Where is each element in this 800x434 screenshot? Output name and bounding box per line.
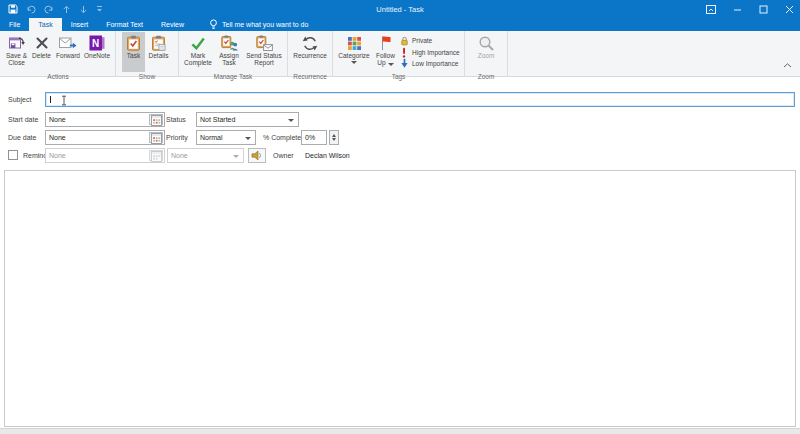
percent-complete-input[interactable]: 0% — [301, 130, 327, 145]
undo-icon[interactable] — [26, 5, 36, 14]
ribbon-group-show: Task Details Show — [116, 31, 179, 76]
start-date-input[interactable]: None — [45, 112, 165, 127]
close-icon[interactable] — [785, 5, 794, 14]
chevron-down-icon — [288, 119, 294, 122]
private-button[interactable]: Private — [399, 35, 461, 47]
send-status-report-button[interactable]: Send Status Report — [244, 32, 284, 72]
send-status-report-label: Send Status Report — [244, 52, 284, 66]
tab-file[interactable]: File — [0, 18, 29, 31]
show-task-button[interactable]: Task — [122, 32, 145, 72]
mark-complete-button[interactable]: Mark Complete — [182, 32, 214, 72]
percent-complete-spinner[interactable] — [329, 130, 339, 145]
tags-stack: Private High Importance Low Importance — [399, 35, 461, 70]
chevron-down-icon — [351, 61, 357, 64]
details-clipboard-icon — [151, 34, 166, 52]
group-label-recurrence: Recurrence — [291, 72, 329, 81]
redo-icon[interactable] — [44, 5, 54, 14]
down-arrow-icon[interactable] — [79, 5, 88, 14]
reminder-date-input[interactable]: None — [45, 148, 165, 163]
priority-dropdown[interactable]: Normal — [196, 130, 256, 145]
collapse-ribbon-icon[interactable] — [783, 54, 792, 72]
ribbon-tab-row: File Task Insert Format Text Review Tell… — [0, 18, 800, 31]
task-clipboard-icon — [126, 34, 141, 52]
percent-complete-value: 0% — [305, 134, 323, 141]
due-date-input[interactable]: None — [45, 130, 165, 145]
forward-label: Forward — [56, 52, 80, 59]
save-close-icon — [8, 34, 26, 52]
group-label-actions: Actions — [4, 72, 112, 81]
onenote-label: OneNote — [84, 52, 110, 59]
private-label: Private — [412, 37, 432, 44]
follow-up-button[interactable]: Follow Up — [372, 32, 399, 72]
tab-format-text-label: Format Text — [106, 21, 143, 28]
reminder-checkbox[interactable] — [8, 150, 18, 160]
assign-task-icon — [221, 34, 238, 52]
svg-text:N: N — [92, 38, 99, 49]
categorize-button[interactable]: Categorize — [336, 32, 372, 72]
status-dropdown[interactable]: Not Started — [196, 112, 299, 127]
tab-insert[interactable]: Insert — [62, 18, 98, 31]
tab-file-label: File — [9, 21, 20, 28]
save-icon[interactable] — [8, 4, 18, 14]
zoom-button[interactable]: Zoom — [472, 32, 500, 72]
window-title: Untitled - Task — [0, 5, 800, 14]
show-details-button[interactable]: Details — [145, 32, 172, 72]
chevron-down-icon — [233, 155, 239, 158]
reminder-time-value: None — [171, 152, 240, 159]
priority-label: Priority — [166, 134, 188, 141]
recurrence-button[interactable]: Recurrence — [291, 32, 329, 72]
high-importance-button[interactable]: High Importance — [399, 47, 461, 59]
percent-complete-label: % Complete — [263, 134, 301, 141]
save-close-button[interactable]: Save & Close — [4, 32, 29, 72]
categorize-label: Categorize — [338, 52, 369, 59]
categorize-icon — [347, 34, 362, 52]
reminder-time-dropdown[interactable]: None — [167, 148, 244, 163]
status-label: Status — [166, 116, 186, 123]
assign-task-button[interactable]: Assign Task — [214, 32, 244, 72]
forward-button[interactable]: Forward — [54, 32, 82, 72]
chevron-down-icon — [245, 137, 251, 140]
low-importance-icon — [399, 58, 409, 69]
ribbon-display-options-icon[interactable] — [706, 5, 716, 14]
delete-label: Delete — [32, 52, 51, 59]
high-importance-icon — [399, 47, 409, 58]
minimize-icon[interactable] — [733, 5, 742, 14]
task-notes-body[interactable] — [4, 170, 796, 427]
send-status-report-icon — [256, 34, 273, 52]
show-details-label: Details — [149, 52, 169, 59]
ribbon-group-actions: Save & Close Delete Forward N — [1, 31, 116, 76]
text-caret — [50, 96, 51, 103]
subject-input[interactable] — [45, 92, 795, 107]
reminder-date-value: None — [49, 152, 161, 159]
show-task-label: Task — [127, 52, 140, 59]
tell-me-box[interactable]: Tell me what you want to do — [209, 18, 308, 31]
onenote-button[interactable]: N OneNote — [82, 32, 112, 72]
window-bottom-strip — [0, 428, 800, 434]
start-date-picker-button[interactable] — [149, 114, 163, 125]
reminder-date-picker-button[interactable] — [149, 150, 163, 161]
start-date-value: None — [49, 116, 161, 123]
low-importance-button[interactable]: Low Importance — [399, 58, 461, 70]
tab-task[interactable]: Task — [29, 18, 61, 31]
ribbon-group-tags: Categorize Follow Up Private — [333, 31, 465, 76]
ribbon: Save & Close Delete Forward N — [0, 31, 800, 77]
mark-complete-label: Mark Complete — [182, 52, 214, 66]
spin-down-icon[interactable] — [332, 138, 336, 141]
due-date-picker-button[interactable] — [149, 132, 163, 143]
up-arrow-icon[interactable] — [62, 5, 71, 14]
quick-access-toolbar — [0, 4, 103, 14]
tab-review[interactable]: Review — [152, 18, 193, 31]
customize-qat-icon[interactable] — [96, 5, 103, 13]
spin-up-icon[interactable] — [332, 134, 336, 137]
lightbulb-icon — [209, 19, 218, 31]
maximize-icon[interactable] — [759, 5, 768, 14]
tab-format-text[interactable]: Format Text — [97, 18, 152, 31]
reminder-sound-button[interactable] — [248, 148, 266, 163]
delete-button[interactable]: Delete — [29, 32, 54, 72]
low-importance-label: Low Importance — [412, 60, 458, 67]
group-label-show: Show — [119, 72, 175, 81]
zoom-label: Zoom — [478, 52, 495, 59]
due-date-label: Due date — [8, 134, 36, 141]
due-date-value: None — [49, 134, 161, 141]
tab-task-label: Task — [38, 21, 52, 28]
